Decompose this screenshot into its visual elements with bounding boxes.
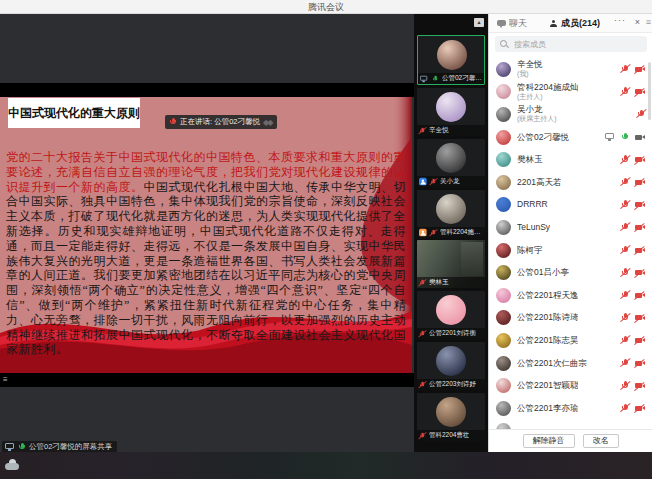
member-status-icons xyxy=(621,200,645,210)
camera-icon xyxy=(635,382,645,390)
avatar xyxy=(496,107,511,122)
member-row[interactable]: TeLunSy xyxy=(489,216,652,239)
video-tile[interactable]: 公管2203刘诗妤 xyxy=(417,342,485,390)
member-row[interactable]: 辛全悦 (我) xyxy=(489,58,652,81)
tab-chat[interactable]: 聊天 xyxy=(497,17,527,30)
video-tile[interactable]: 公管02刁馨悦的屏幕... xyxy=(417,35,485,85)
video-tile[interactable]: 辛全悦 xyxy=(417,88,485,136)
muted-slash xyxy=(634,269,645,278)
avatar xyxy=(496,333,511,348)
member-row[interactable]: 公管2201陈志昊 xyxy=(489,329,652,352)
mic-icon xyxy=(621,87,629,97)
member-status-icons xyxy=(621,358,645,368)
member-row[interactable]: 公管01吕小亭 xyxy=(489,261,652,284)
search-input[interactable] xyxy=(512,37,644,52)
member-row[interactable]: 公管2201智颖聪 xyxy=(489,374,652,397)
member-row[interactable]: DRRRR xyxy=(489,194,652,217)
member-status-icons xyxy=(621,245,645,255)
muted-slash xyxy=(620,245,631,254)
member-name: 公管02刁馨悦 xyxy=(517,133,569,142)
meeting-logo-mark: ◆◆ xyxy=(263,118,271,127)
mic-icon xyxy=(621,132,629,142)
windows-taskbar: 搜索 W ∧ 13:46 2022/12/13 xyxy=(0,452,652,479)
muted-slash xyxy=(634,336,645,345)
mic-icon xyxy=(637,109,645,119)
camera-icon xyxy=(635,133,645,141)
rename-button[interactable]: 改名 xyxy=(583,434,619,448)
screen-share-viewer: 中国式现代化的重大原则 正在讲话: 公管02刁馨悦 ◆◆ 党的二十大报告关于中国… xyxy=(0,14,414,452)
mic-icon xyxy=(621,290,629,300)
more-icon[interactable]: ··· xyxy=(614,15,626,25)
muted-slash xyxy=(620,335,631,344)
mic-icon xyxy=(419,279,425,287)
avatar xyxy=(436,143,466,173)
avatar xyxy=(436,397,466,427)
slide-text-black: 中国式现代化扎根中国大地、传承中华文明、切合中国实际、独具中国特色，集中体现我们… xyxy=(6,180,406,357)
camera-icon xyxy=(635,314,645,322)
tile-label: 辛全悦 xyxy=(429,126,449,135)
member-row[interactable]: 公管2201次仁曲宗 xyxy=(489,352,652,375)
member-row[interactable]: 樊林玉 xyxy=(489,148,652,171)
muted-slash xyxy=(620,381,631,390)
strip-scroll-up-button[interactable]: ▴ xyxy=(474,18,484,27)
panel-footer: 解除静音 改名 xyxy=(489,429,652,452)
member-row[interactable]: 公管2201程天逸 xyxy=(489,284,652,307)
screen-share-icon xyxy=(605,133,615,141)
weather-icon[interactable] xyxy=(5,459,21,471)
video-tile[interactable]: 吴小龙 xyxy=(417,139,485,187)
mic-icon xyxy=(621,177,629,187)
ppt-menu-icon[interactable]: ≡ xyxy=(3,375,8,385)
member-row[interactable]: 公管2201李亦瑜 xyxy=(489,397,652,420)
member-row[interactable]: 管科2204施成灿 (主持人) xyxy=(489,81,652,104)
member-name: 管科2204施成灿 xyxy=(517,83,578,92)
screen-share-icon xyxy=(5,443,15,451)
tile-label-bar: 管科2204施成灿 xyxy=(417,227,485,238)
member-row[interactable]: 公管2201陈诗琦 xyxy=(489,307,652,330)
muted-slash xyxy=(620,87,631,96)
camera-icon xyxy=(635,246,645,254)
window-titlebar[interactable]: 腾讯会议 xyxy=(0,0,652,14)
tab-members-label: 成员(214) xyxy=(561,17,600,30)
muted-slash xyxy=(620,313,631,322)
camera-icon xyxy=(635,269,645,277)
video-tile[interactable]: 樊林玉 xyxy=(417,240,485,288)
video-tile[interactable]: 管科2204曹壮 xyxy=(417,393,485,441)
member-name: 公管2201陈志昊 xyxy=(517,336,578,345)
video-thumbnail-strip: ▴ 公管02刁馨悦的屏幕... 辛全悦 吴小龙 xyxy=(414,14,488,452)
video-tile[interactable]: 公管2201刘诗衡 xyxy=(417,291,485,339)
avatar xyxy=(496,130,511,145)
muted-slash xyxy=(634,201,645,210)
member-row[interactable]: 陈柯宇 xyxy=(489,239,652,262)
muted-slash xyxy=(634,88,645,97)
muted-slash xyxy=(418,126,427,134)
tab-members[interactable]: 成员(214) xyxy=(549,17,600,30)
speaking-toast-text: 正在讲话: 公管02刁馨悦 xyxy=(180,117,260,127)
member-row[interactable]: 2201高天若 xyxy=(489,171,652,194)
muted-slash xyxy=(620,200,631,209)
member-list-scrollbar[interactable] xyxy=(648,62,651,120)
unmute-button[interactable]: 解除静音 xyxy=(523,434,575,448)
muted-slash xyxy=(636,109,647,118)
avatar xyxy=(496,265,511,280)
panel-drag-handle-icon[interactable]: ≡ xyxy=(646,17,651,27)
tile-label-bar: 公管2203刘诗妤 xyxy=(417,379,485,390)
speaking-toast: 正在讲话: 公管02刁馨悦 ◆◆ xyxy=(165,115,277,129)
video-tile[interactable]: 管科2204施成灿 xyxy=(417,190,485,238)
muted-slash xyxy=(418,329,427,337)
muted-slash xyxy=(418,278,427,286)
avatar xyxy=(496,378,511,393)
avatar xyxy=(496,356,511,371)
member-status-icons xyxy=(637,109,645,119)
member-row[interactable]: 吴小龙 (联席主持人) xyxy=(489,103,652,126)
close-icon[interactable]: × xyxy=(635,17,640,27)
member-name: 公管2201程天逸 xyxy=(517,291,578,300)
muted-slash xyxy=(634,359,645,368)
avatar xyxy=(496,401,511,416)
member-search-box[interactable] xyxy=(495,36,647,52)
mic-icon xyxy=(430,229,436,237)
member-row[interactable]: 公管02刁馨悦 xyxy=(489,126,652,149)
member-status-icons xyxy=(621,313,645,323)
muted-slash xyxy=(634,404,645,413)
member-name: 陈柯宇 xyxy=(517,246,543,255)
mic-icon xyxy=(18,442,26,452)
